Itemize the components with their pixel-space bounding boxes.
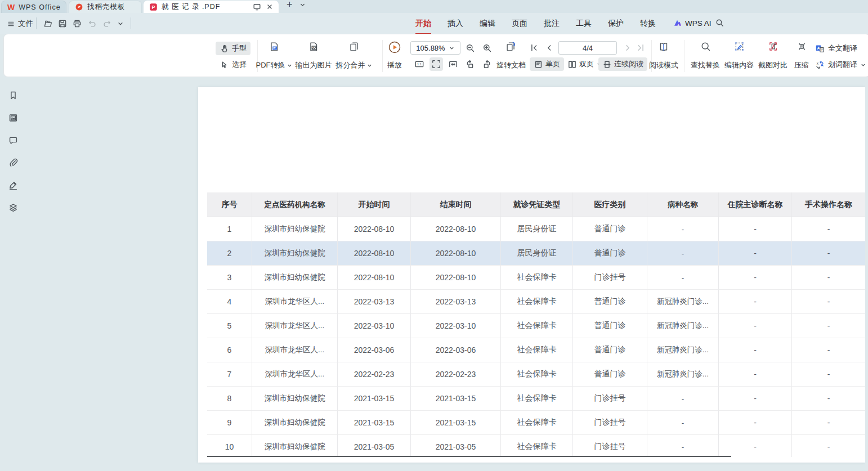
file-menu-button[interactable]: 文件 [7, 17, 33, 30]
new-tab-button[interactable]: + [287, 0, 293, 11]
column-header: 病种名称 [647, 192, 719, 217]
table-cell: 深圳市妇幼保健院 [252, 217, 338, 241]
table-cell: 社会保障卡 [501, 338, 573, 362]
zoom-out-button[interactable] [463, 41, 477, 55]
actual-size-button[interactable]: 1:1 [413, 57, 426, 71]
table-cell: - [647, 435, 719, 457]
rotate-document-icon [505, 41, 517, 53]
fit-width-button[interactable] [446, 57, 460, 71]
table-cell: 2021-03-15 [411, 411, 501, 435]
table-cell: 10 [207, 435, 252, 457]
table-cell: 普通门诊 [573, 362, 647, 387]
compress-button[interactable]: 压缩 [788, 39, 816, 74]
rotate-left-button[interactable] [463, 57, 477, 71]
table-cell: - [792, 314, 865, 338]
table-cell: - [719, 241, 792, 266]
table-row: 7深圳市龙华区人...2022-02-232022-02-23社会保障卡普通门诊… [207, 362, 865, 387]
layers-panel-button[interactable] [7, 201, 19, 214]
table-cell: 门诊挂号 [573, 411, 647, 435]
table-cell: - [647, 266, 719, 290]
svg-text:x: x [817, 61, 819, 65]
tab-wps-office[interactable]: W WPS Office [1, 1, 66, 13]
wps-ai-button[interactable]: WPS AI [673, 19, 712, 28]
rotate-document-button[interactable]: 旋转文档 [491, 39, 531, 74]
signature-panel-button[interactable] [7, 179, 19, 191]
medical-records-table: 序号定点医药机构名称开始时间结束时间就诊凭证类型医疗类别病种名称住院主诊断名称手… [207, 192, 865, 457]
column-header: 结束时间 [411, 192, 501, 217]
tab-close-button[interactable] [266, 3, 273, 10]
comments-panel-button[interactable] [7, 134, 19, 146]
ribbon-menu: 开始 插入 编辑 页面 批注 工具 保护 转换 [415, 15, 656, 35]
table-row: 5深圳市龙华区人...2022-03-102022-03-10社会保障卡普通门诊… [207, 314, 865, 338]
menu-item-protect[interactable]: 保护 [608, 15, 624, 35]
tab-docer-templates[interactable]: 找稻壳模板 [69, 1, 142, 13]
table-cell: 2022-02-23 [338, 362, 411, 387]
table-cell: - [647, 217, 719, 241]
select-tool-button[interactable]: 选择 [216, 58, 250, 71]
menu-item-page[interactable]: 页面 [512, 15, 527, 35]
attachments-panel-button[interactable] [7, 156, 19, 169]
close-icon [266, 3, 273, 10]
hand-tool-button[interactable]: 手型 [216, 42, 250, 55]
menu-item-insert[interactable]: 插入 [448, 15, 463, 35]
menu-search-button[interactable] [715, 18, 724, 28]
menu-item-home[interactable]: 开始 [415, 15, 431, 35]
zoom-out-icon [465, 43, 476, 53]
chevron-down-icon [449, 45, 455, 51]
read-mode-button[interactable]: 阅读模式 [643, 39, 684, 74]
open-file-button[interactable] [43, 17, 53, 30]
export-image-icon [307, 41, 320, 53]
page-number-input[interactable]: 4/4 [558, 41, 617, 55]
table-cell: 深圳市龙华区人... [252, 290, 338, 314]
word-translate-button[interactable]: A x 划词翻译 [815, 58, 866, 71]
table-cell: 2022-08-10 [411, 266, 501, 290]
print-button[interactable] [72, 17, 82, 30]
table-cell: - [719, 290, 792, 314]
table-cell: 2022-03-06 [411, 338, 501, 362]
menu-item-comment[interactable]: 批注 [544, 15, 560, 35]
separate-window-button[interactable] [253, 3, 261, 11]
continuous-read-button[interactable]: 连续阅读 [598, 57, 647, 71]
vertical-scrollbar[interactable] [865, 77, 868, 471]
menu-item-tools[interactable]: 工具 [576, 15, 592, 35]
rotate-left-icon [464, 59, 476, 70]
table-cell: - [647, 411, 719, 435]
thumbnails-panel-button[interactable] [7, 111, 19, 124]
play-button[interactable]: 播放 [381, 39, 408, 74]
save-icon [57, 19, 68, 29]
table-cell: - [719, 338, 792, 362]
fit-window-button[interactable] [429, 57, 443, 71]
redo-button[interactable] [102, 17, 112, 30]
table-cell: 深圳市龙华区人... [252, 362, 338, 387]
quickbar-more-button[interactable] [117, 17, 124, 30]
table-cell: 1 [207, 217, 252, 241]
split-merge-button[interactable]: 拆分合并 [330, 39, 378, 74]
column-header: 开始时间 [338, 192, 411, 217]
tab-document-pdf[interactable]: P 就 医 记 录 .PDF [144, 1, 279, 13]
menu-item-edit[interactable]: 编辑 [480, 15, 495, 35]
full-translate-button[interactable]: A 字 全文翻译 [815, 42, 857, 55]
table-cell: 深圳市妇幼保健院 [252, 266, 338, 290]
edit-content-label: 编辑内容 [724, 60, 754, 70]
docer-icon [75, 3, 83, 11]
first-page-button[interactable] [527, 41, 541, 55]
chevron-down-icon [299, 1, 306, 8]
table-bottom-border [207, 456, 731, 457]
previous-page-button[interactable] [543, 41, 556, 55]
previous-page-icon [544, 43, 554, 53]
zoom-level-dropdown[interactable]: 105.88% [410, 41, 460, 55]
tab-list-button[interactable] [299, 1, 306, 8]
divider [131, 17, 131, 29]
table-cell: 社会保障卡 [501, 290, 573, 314]
undo-button[interactable] [87, 17, 97, 30]
tab-label: WPS Office [19, 3, 60, 11]
next-page-button[interactable] [621, 41, 634, 55]
svg-text:A: A [821, 62, 824, 67]
table-cell: 深圳市妇幼保健院 [252, 387, 338, 411]
wps-ai-label: WPS AI [685, 19, 712, 28]
save-button[interactable] [57, 17, 68, 30]
single-page-button[interactable]: 单页 [530, 57, 564, 71]
menu-item-convert[interactable]: 转换 [640, 15, 656, 35]
bookmarks-panel-button[interactable] [7, 89, 19, 101]
column-header: 序号 [207, 192, 252, 217]
